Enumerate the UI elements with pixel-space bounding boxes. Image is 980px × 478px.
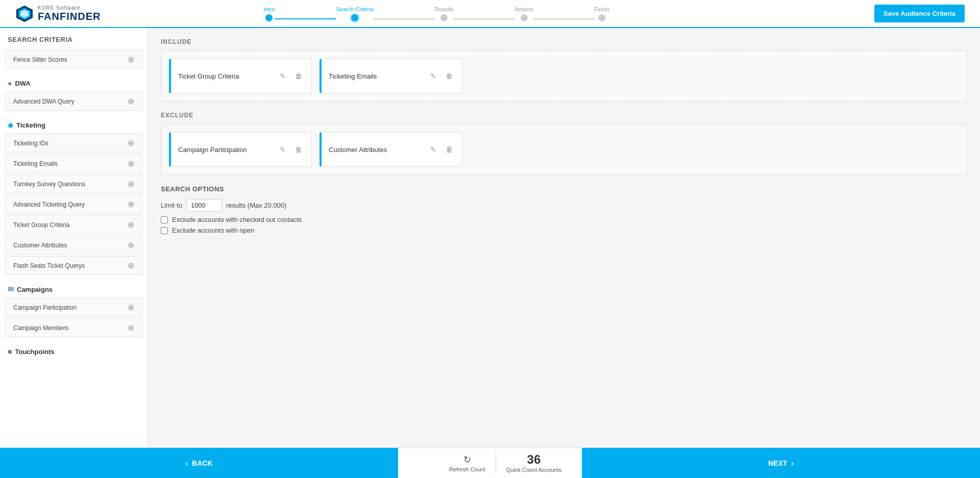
advanced-ticketing-label: Advanced Ticketing Query <box>13 201 85 208</box>
touchpoints-section-header: ■ Touchpoints <box>0 343 148 359</box>
fence-sitter-add-icon[interactable]: ⊕ <box>128 55 134 64</box>
exclude-campaign-participation-delete-icon[interactable]: 🗑 <box>293 144 304 155</box>
next-chevron-icon: › <box>791 459 794 467</box>
customer-attributes-add-icon[interactable]: ⊕ <box>128 240 134 250</box>
advanced-dwa-add-icon[interactable]: ⊕ <box>128 96 134 106</box>
exclude-checked-out-checkbox[interactable] <box>161 216 168 223</box>
campaign-members-add-icon[interactable]: ⊕ <box>128 323 134 333</box>
step-intro-dot <box>265 14 273 21</box>
content-area: INCLUDE Ticket Group Criteria ✎ 🗑 Ticket… <box>148 28 980 447</box>
step-finish-label: Finish <box>595 6 609 12</box>
next-button[interactable]: NEXT › <box>582 448 980 478</box>
include-label: INCLUDE <box>161 38 967 45</box>
checkbox-row-2: Exclude accounts with open <box>161 227 967 234</box>
step-results: Results <box>435 6 454 21</box>
next-label: NEXT <box>768 459 787 467</box>
stepper: Intro Search Criteria Results Actions Fi… <box>101 6 874 21</box>
sidebar-section-ticketing: ◈ Ticketing Ticketing IDs ⊕ Ticketing Em… <box>0 117 148 275</box>
step-connector-2 <box>374 18 435 19</box>
exclude-customer-attributes-name: Customer Attributes <box>329 146 387 154</box>
sidebar-item-advanced-dwa[interactable]: Advanced DWA Query ⊕ <box>5 92 142 111</box>
sidebar-item-ticketing-emails[interactable]: Ticketing Emails ⊕ <box>5 154 142 173</box>
step-actions: Actions <box>514 6 533 21</box>
include-ticket-group-edit-icon[interactable]: ✎ <box>278 71 288 81</box>
sidebar-section-campaigns: ✉ Campaigns Campaign Participation ⊕ Cam… <box>0 281 148 337</box>
limit-input[interactable] <box>186 199 222 212</box>
refresh-count-button[interactable]: ↻ Refresh Count <box>449 454 485 472</box>
refresh-icon: ↻ <box>463 454 471 465</box>
sidebar-title: SEARCH CRITERIA <box>0 36 148 48</box>
count-area: ↻ Refresh Count 36 Quick Count Accounts <box>449 448 561 478</box>
flash-seats-label: Flash Seats Ticket Querys <box>13 262 85 269</box>
sidebar-item-turnkey-survey[interactable]: Turnkey Survey Questions ⊕ <box>5 174 142 193</box>
step-finish-dot <box>598 14 605 21</box>
exclude-customer-attributes-delete-icon[interactable]: 🗑 <box>444 144 455 155</box>
ticketing-ids-label: Ticketing IDs <box>13 140 48 147</box>
exclude-label: EXCLUDE <box>161 112 967 119</box>
customer-attributes-label: Customer Attributes <box>13 242 67 249</box>
turnkey-survey-add-icon[interactable]: ⊕ <box>128 179 134 189</box>
ticket-group-label: Ticket Group Criteria <box>13 221 69 229</box>
step-connector-1 <box>275 18 336 19</box>
fanfinder-logo-icon <box>15 5 34 23</box>
step-intro-label: Intro <box>263 6 275 12</box>
quick-count-area: 36 Quick Count Accounts <box>506 453 561 472</box>
count-divider <box>496 453 496 473</box>
sidebar-item-campaign-members[interactable]: Campaign Members ⊕ <box>5 318 142 337</box>
exclude-customer-attributes-actions: ✎ 🗑 <box>428 144 455 155</box>
sidebar-item-advanced-ticketing[interactable]: Advanced Ticketing Query ⊕ <box>5 195 142 214</box>
ticketing-section-label: Ticketing <box>16 121 45 129</box>
exclude-customer-attributes-edit-icon[interactable]: ✎ <box>428 144 438 155</box>
include-ticketing-emails-name: Ticketing Emails <box>329 72 377 80</box>
sidebar-item-flash-seats[interactable]: Flash Seats Ticket Querys ⊕ <box>5 256 142 275</box>
include-ticket-group-name: Ticket Group Criteria <box>178 72 239 80</box>
ticketing-ids-add-icon[interactable]: ⊕ <box>128 138 134 148</box>
campaign-members-label: Campaign Members <box>13 324 68 332</box>
step-search-dot <box>351 14 358 21</box>
ticketing-section-header: ◈ Ticketing <box>0 117 148 132</box>
bottom-bar: ‹ BACK ↻ Refresh Count 36 Quick Count Ac… <box>0 447 980 478</box>
back-label: BACK <box>192 459 212 467</box>
include-ticketing-emails-delete-icon[interactable]: 🗑 <box>444 71 455 81</box>
include-ticketing-emails-actions: ✎ 🗑 <box>428 71 455 81</box>
campaigns-icon: ✉ <box>8 285 14 293</box>
step-results-label: Results <box>435 6 454 12</box>
campaign-participation-add-icon[interactable]: ⊕ <box>128 303 134 312</box>
back-button[interactable]: ‹ BACK <box>0 448 398 478</box>
step-search-label: Search Criteria <box>336 6 373 12</box>
logo-fanfinder-label: FANFINDER <box>38 11 101 22</box>
ticketing-emails-add-icon[interactable]: ⊕ <box>128 159 134 168</box>
sidebar-item-ticketing-ids[interactable]: Ticketing IDs ⊕ <box>5 134 142 153</box>
checkbox-row-1: Exclude accounts with checked out contac… <box>161 216 967 223</box>
save-audience-criteria-button[interactable]: Save Audience Criteria <box>874 5 965 22</box>
dwa-section-header: ● DWA <box>0 75 148 90</box>
sidebar-item-campaign-participation[interactable]: Campaign Participation ⊕ <box>5 298 142 317</box>
campaign-participation-label: Campaign Participation <box>13 304 77 311</box>
sidebar: SEARCH CRITERIA Fence Sitter Scores ⊕ ● … <box>0 28 148 447</box>
step-actions-label: Actions <box>514 6 533 12</box>
sidebar-item-customer-attributes[interactable]: Customer Attributes ⊕ <box>5 236 142 255</box>
search-options-section: SEARCH OPTIONS Limit to results (Max 20,… <box>161 185 967 234</box>
step-connector-3 <box>453 18 514 19</box>
exclude-campaign-participation-name: Campaign Participation <box>178 146 247 154</box>
touchpoints-icon: ■ <box>8 347 12 356</box>
ticket-group-add-icon[interactable]: ⊕ <box>128 220 134 230</box>
campaigns-section-header: ✉ Campaigns <box>0 281 148 296</box>
ticketing-icon: ◈ <box>8 121 13 129</box>
exclude-campaign-participation-edit-icon[interactable]: ✎ <box>278 144 288 155</box>
exclude-open-label: Exclude accounts with open <box>172 227 254 234</box>
advanced-ticketing-add-icon[interactable]: ⊕ <box>128 199 134 209</box>
include-ticketing-emails-edit-icon[interactable]: ✎ <box>428 71 438 81</box>
dwa-icon: ● <box>8 79 12 87</box>
sidebar-section-dwa: ● DWA Advanced DWA Query ⊕ <box>0 75 148 111</box>
flash-seats-add-icon[interactable]: ⊕ <box>128 261 134 270</box>
quick-count-label: Quick Count Accounts <box>506 467 561 473</box>
exclude-open-checkbox[interactable] <box>161 227 168 234</box>
turnkey-survey-label: Turnkey Survey Questions <box>13 181 85 188</box>
sidebar-item-fence-sitter[interactable]: Fence Sitter Scores ⊕ <box>5 50 142 69</box>
ticketing-emails-label: Ticketing Emails <box>13 160 58 167</box>
touchpoints-section-label: Touchpoints <box>15 348 54 356</box>
include-ticket-group-delete-icon[interactable]: 🗑 <box>293 71 304 81</box>
top-nav: KORE Software FANFINDER Intro Search Cri… <box>0 0 980 28</box>
sidebar-item-ticket-group[interactable]: Ticket Group Criteria ⊕ <box>5 215 142 234</box>
